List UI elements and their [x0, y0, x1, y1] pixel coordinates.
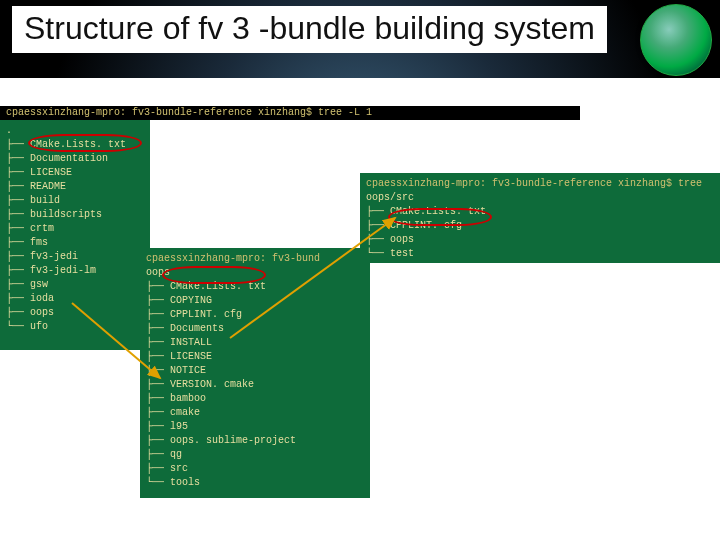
tree-item: ├── CMake.Lists. txt — [366, 205, 714, 219]
tree-item: ├── fms — [6, 236, 144, 250]
tree-item: ├── Documents — [146, 322, 364, 336]
tree-item: ├── INSTALL — [146, 336, 364, 350]
tree-item: ├── oops. sublime-project — [146, 434, 364, 448]
tree-item: ├── COPYING — [146, 294, 364, 308]
tree-item: ├── ioda — [6, 292, 144, 306]
tree-root: . — [6, 124, 144, 138]
tree-item: ├── crtm — [6, 222, 144, 236]
tree-item: ├── LICENSE — [6, 166, 144, 180]
tree-item: └── test — [366, 247, 714, 261]
tree-item: ├── fv3-jedi-lm — [6, 264, 144, 278]
tree-oops: cpaessxinzhang-mpro: fv3-bund oops ├── C… — [140, 248, 370, 498]
oops-sub: oops — [146, 266, 364, 280]
tree-item: └── ufo — [6, 320, 144, 334]
slide-body: cpaessxinzhang-mpro: fv3-bundle-referenc… — [0, 78, 720, 540]
tree-item: ├── cmake — [146, 406, 364, 420]
tree-item: └── tools — [146, 476, 364, 490]
tree-item: ├── CMake.Lists. txt — [6, 138, 144, 152]
tree-item: ├── NOTICE — [146, 364, 364, 378]
slide-title: Structure of fv 3 -bundle building syste… — [12, 6, 607, 53]
tree-item: ├── fv3-jedi — [6, 250, 144, 264]
tree-item: ├── l95 — [146, 420, 364, 434]
oops-src-sub: oops/src — [366, 191, 714, 205]
tree-oops-src: cpaessxinzhang-mpro: fv3-bundle-referenc… — [360, 173, 720, 263]
oops-src-prompt: cpaessxinzhang-mpro: fv3-bundle-referenc… — [366, 177, 714, 191]
tree-item: ├── buildscripts — [6, 208, 144, 222]
tree-item: ├── LICENSE — [146, 350, 364, 364]
jcsda-logo-icon — [640, 4, 712, 76]
tree-item: ├── src — [146, 462, 364, 476]
tree-item: ├── CMake.Lists. txt — [146, 280, 364, 294]
oops-prompt: cpaessxinzhang-mpro: fv3-bund — [146, 252, 364, 266]
tree-item: ├── gsw — [6, 278, 144, 292]
prompt-text: cpaessxinzhang-mpro: fv3-bundle-referenc… — [6, 107, 372, 118]
tree-item: ├── oops — [6, 306, 144, 320]
tree-item: ├── Documentation — [6, 152, 144, 166]
tree-item: ├── bamboo — [146, 392, 364, 406]
tree-main: . ├── CMake.Lists. txt├── Documentation├… — [0, 120, 150, 350]
slide-header: Structure of fv 3 -bundle building syste… — [0, 0, 720, 78]
tree-item: ├── qg — [146, 448, 364, 462]
tree-item: ├── oops — [366, 233, 714, 247]
tree-item: ├── CPPLINT. cfg — [146, 308, 364, 322]
terminal-prompt-main: cpaessxinzhang-mpro: fv3-bundle-referenc… — [0, 106, 580, 120]
tree-item: ├── VERSION. cmake — [146, 378, 364, 392]
tree-item: ├── build — [6, 194, 144, 208]
tree-item: ├── README — [6, 180, 144, 194]
tree-item: ├── CPPLINT. cfg — [366, 219, 714, 233]
